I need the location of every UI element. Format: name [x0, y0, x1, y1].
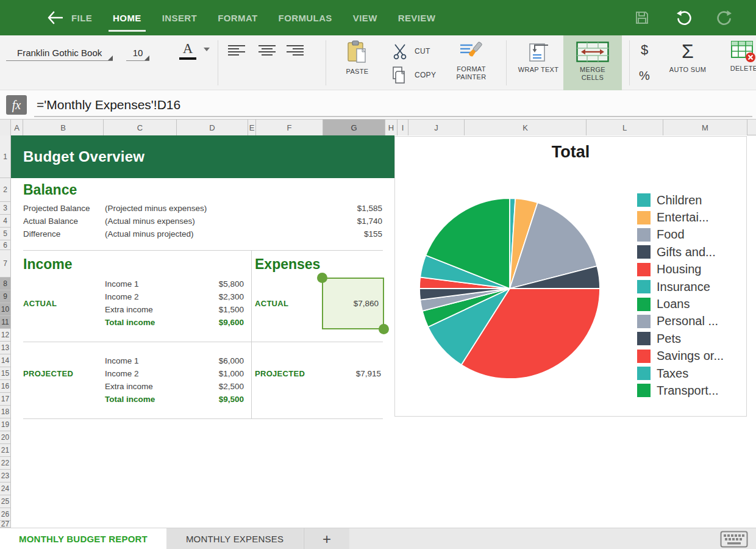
combo-corner-icon	[108, 56, 113, 60]
keyboard-toggle-button[interactable]	[718, 529, 750, 548]
legend-item: Transport...	[637, 382, 724, 399]
column-header-H[interactable]: H	[385, 120, 398, 135]
merge-cells-icon	[576, 41, 609, 62]
align-left-icon	[228, 45, 245, 57]
column-header-L[interactable]: L	[587, 120, 663, 135]
column-header-E[interactable]: E	[248, 120, 256, 135]
row-header-9[interactable]: 9	[0, 290, 10, 303]
align-center-button[interactable]	[254, 41, 280, 60]
menu-tab-formulas[interactable]: FORMULAS	[268, 0, 343, 35]
row-header-23[interactable]: 23	[0, 470, 10, 483]
row-header-4[interactable]: 4	[0, 215, 10, 228]
row-header-1[interactable]: 1	[0, 135, 10, 178]
legend-item: Taxes	[637, 365, 724, 382]
delete-button[interactable]: DELETE	[727, 40, 756, 88]
column-header-C[interactable]: C	[104, 120, 177, 135]
selection-handle-top-left[interactable]	[317, 273, 327, 283]
row-header-6[interactable]: 6	[0, 240, 10, 250]
auto-sum-button[interactable]: Σ AUTO SUM	[665, 39, 711, 88]
income-heading: Income	[23, 251, 73, 278]
row-header-24[interactable]: 24	[0, 483, 10, 495]
row-header-11[interactable]: 11	[0, 316, 10, 329]
font-size-value: 10	[133, 48, 143, 58]
sheet-tab-monthly-expenses[interactable]: MONTHLY EXPENSES	[166, 528, 303, 549]
add-sheet-button[interactable]: +	[304, 528, 349, 549]
column-header-F[interactable]: F	[256, 120, 323, 135]
merge-cells-button[interactable]: MERGECELLS	[563, 35, 622, 90]
menu-tab-format[interactable]: FORMAT	[207, 0, 268, 35]
column-header-I[interactable]: I	[398, 120, 408, 135]
column-header-A[interactable]: A	[11, 120, 23, 135]
pie-chart	[418, 197, 601, 380]
column-header-G[interactable]: G	[323, 120, 385, 135]
row-header-25[interactable]: 25	[0, 495, 10, 508]
legend-swatch-icon	[637, 367, 651, 380]
paste-button[interactable]: PASTE	[338, 40, 376, 87]
font-size-combo[interactable]: 10	[126, 40, 149, 61]
save-button[interactable]	[632, 9, 652, 27]
ribbon-menu-tabs: FILEHOMEINSERTFORMATFORMULASVIEWREVIEW	[61, 0, 446, 35]
font-color-bar-icon	[179, 57, 196, 60]
sheet-tab-monthly-budget-report[interactable]: MONTHLY BUDGET REPORT	[0, 528, 166, 549]
row-header-5[interactable]: 5	[0, 228, 10, 240]
redo-button[interactable]	[715, 9, 735, 27]
legend-swatch-icon	[637, 263, 651, 276]
row-header-20[interactable]: 20	[0, 431, 10, 444]
row-header-7[interactable]: 7	[0, 250, 10, 278]
menu-tab-view[interactable]: VIEW	[343, 0, 388, 35]
percent-icon: %	[639, 69, 650, 83]
row-header-15[interactable]: 15	[0, 367, 10, 380]
row-header-22[interactable]: 22	[0, 457, 10, 470]
row-header-17[interactable]: 17	[0, 393, 10, 406]
align-right-icon	[287, 45, 304, 57]
cut-button[interactable]: CUT	[391, 41, 444, 61]
column-header-M[interactable]: M	[663, 120, 747, 135]
selected-cell-expenses-actual[interactable]: $7,860	[322, 278, 384, 329]
format-painter-button[interactable]: FORMATPAINTER	[451, 40, 491, 88]
row-header-2[interactable]: 2	[0, 178, 10, 202]
row-header-19[interactable]: 19	[0, 418, 10, 431]
undo-button[interactable]	[673, 9, 694, 27]
menu-tab-file[interactable]: FILE	[61, 0, 102, 35]
row-header-12[interactable]: 12	[0, 329, 10, 342]
wrap-text-label: WRAP TEXT	[518, 66, 558, 74]
column-header-K[interactable]: K	[465, 120, 587, 135]
font-color-dropdown-arrow-icon[interactable]	[204, 48, 210, 51]
copy-button[interactable]: COPY	[391, 65, 450, 85]
income-projected-label: PROJECTED	[23, 367, 73, 380]
menu-tab-home[interactable]: HOME	[102, 0, 152, 35]
column-header-J[interactable]: J	[408, 120, 465, 135]
font-name-combo[interactable]: Franklin Gothic Book	[6, 40, 113, 61]
row-header-3[interactable]: 3	[0, 202, 10, 215]
paste-label: PASTE	[346, 68, 369, 76]
income-projected-table: Income 1$6,000Income 2$1,000Extra income…	[105, 354, 244, 406]
legend-swatch-icon	[637, 298, 651, 311]
column-header-D[interactable]: D	[177, 120, 248, 135]
menu-tab-insert[interactable]: INSERT	[152, 0, 207, 35]
currency-format-button[interactable]: $	[635, 40, 654, 60]
row-header-8[interactable]: 8	[0, 278, 10, 290]
select-all-corner[interactable]	[0, 120, 11, 135]
row-header-16[interactable]: 16	[0, 380, 10, 393]
row-header-27[interactable]: 27	[0, 521, 10, 528]
row-header-21[interactable]: 21	[0, 444, 10, 457]
pie-chart-object[interactable]: Total ChildrenEntertai...FoodGifts and..…	[394, 136, 747, 417]
align-left-button[interactable]	[223, 41, 250, 60]
sheet-canvas[interactable]: 1234567891011121314151617181920212223242…	[0, 135, 756, 528]
formula-input[interactable]: ='Monthly Expenses'!D16	[37, 96, 744, 114]
menu-tab-review[interactable]: REVIEW	[388, 0, 446, 35]
banner-title: Budget Overview	[23, 148, 144, 165]
fx-button[interactable]: fx	[6, 95, 27, 115]
row-header-18[interactable]: 18	[0, 406, 10, 418]
wrap-text-button[interactable]: WRAP TEXT	[516, 40, 561, 88]
column-header-B[interactable]: B	[23, 120, 104, 135]
row-header-10[interactable]: 10	[0, 303, 10, 316]
legend-item: Savings or...	[637, 348, 724, 365]
row-header-14[interactable]: 14	[0, 354, 10, 367]
selection-handle-bottom-right[interactable]	[379, 324, 389, 334]
row-header-26[interactable]: 26	[0, 508, 10, 521]
font-color-button[interactable]: A	[174, 38, 201, 62]
row-header-13[interactable]: 13	[0, 342, 10, 354]
percent-format-button[interactable]: %	[635, 66, 654, 85]
align-right-button[interactable]	[282, 41, 308, 60]
